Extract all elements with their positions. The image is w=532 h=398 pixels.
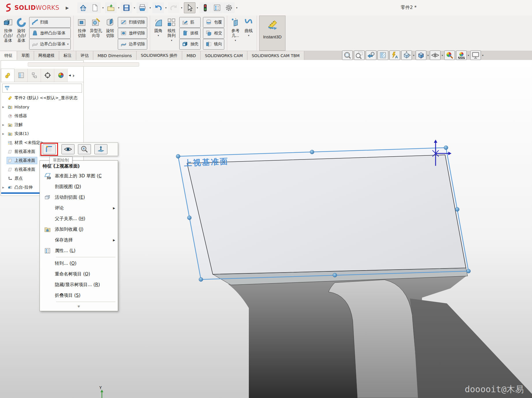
extrude-boss-button[interactable]: 拉伸 凸台/ 基体 (1, 16, 15, 50)
panel-tab-feature-manager[interactable] (1, 69, 14, 82)
prev-view-button[interactable] (366, 50, 376, 60)
normal-to-button[interactable] (94, 144, 107, 154)
dropdown-caret-icon[interactable]: ▾ (67, 43, 69, 46)
new-doc-button[interactable] (89, 2, 101, 13)
sweep-button[interactable]: 扫描 (29, 17, 71, 28)
appearance-button[interactable] (444, 50, 455, 60)
dropdown-caret-icon[interactable]: ▾ (413, 54, 415, 57)
loft-boss-button[interactable]: 放样凸台/基体 (29, 28, 71, 39)
linear-pattern-button[interactable]: 线性 阵列▾ (165, 16, 178, 50)
panel-tab-display-manager[interactable] (54, 69, 68, 82)
mirror-button[interactable]: 镜向 (203, 39, 224, 50)
menu-item-parent-child[interactable]: 父子关系... (H) (40, 213, 118, 224)
rib-button[interactable]: 筋 (179, 17, 201, 28)
instant3d-button[interactable]: Instant3D (259, 16, 285, 51)
menu-item-live-section[interactable]: 活动剖切面 (E) (40, 192, 118, 203)
panel-splitter-grip[interactable] (28, 62, 139, 67)
ref-geometry-button[interactable]: 参考 几...▾ (229, 16, 242, 50)
boundary-cut-button[interactable]: 边界切除 (118, 39, 147, 50)
display-style-button[interactable] (416, 50, 426, 60)
view-settings-button[interactable] (470, 50, 481, 60)
menu-item-add-to-favorites[interactable]: 添加到收藏 (J) (40, 224, 118, 235)
menu-item-expand-menu[interactable]: » (40, 303, 118, 310)
menu-item-collapse-items[interactable]: 折叠项目 (S) (40, 290, 118, 301)
dropdown-caret-icon[interactable]: ▾ (171, 39, 172, 42)
dropdown-caret-icon[interactable]: ▾ (181, 6, 182, 9)
dropdown-caret-icon[interactable]: ▾ (468, 54, 469, 57)
tab-mbd-dimensions[interactable]: MBD Dimensions (93, 51, 137, 60)
sweep-cut-button[interactable]: 扫描切除 (118, 17, 147, 28)
dropdown-caret-icon[interactable]: ▾ (236, 6, 238, 9)
open-button[interactable] (105, 2, 117, 13)
panel-expand-arrow-icon[interactable]: › (72, 72, 74, 78)
menu-item-comment[interactable]: 评论▶ (40, 203, 118, 213)
tab-sketch[interactable]: 草图 (17, 51, 34, 60)
tree-item-history[interactable]: ▶History (1, 102, 83, 111)
dropdown-caret-icon[interactable]: ▾ (235, 39, 236, 42)
tree-root[interactable]: 零件2 (默认) <<默认>_显示状态 (1, 93, 83, 102)
boundary-boss-button[interactable]: 边界凸台/基体▾ (29, 39, 71, 50)
annot-view-button[interactable]: A (389, 50, 400, 60)
gear-button[interactable] (223, 2, 235, 13)
dropdown-caret-icon[interactable]: ▾ (197, 6, 198, 9)
panel-tab-dimxpert-manager[interactable] (41, 69, 54, 82)
loft-cut-button[interactable]: 放样切除 (118, 28, 147, 39)
zoom-sel-button[interactable] (78, 144, 91, 154)
select-cursor-button[interactable] (184, 2, 195, 13)
wrap-button[interactable]: 包覆 (203, 17, 224, 28)
menu-item-hide-show-tree-items[interactable]: 隐藏/显示树项目... (R) (40, 279, 118, 290)
view-orient-button[interactable] (401, 50, 412, 60)
panel-back-arrow-icon[interactable]: ◀ (69, 74, 71, 77)
dropdown-caret-icon[interactable]: ▾ (134, 6, 135, 9)
dropdown-caret-icon[interactable]: ▾ (150, 6, 151, 9)
tab-features[interactable]: 特征 (0, 51, 17, 60)
undo-button[interactable] (152, 2, 164, 13)
dropdown-caret-icon[interactable]: ▾ (248, 34, 249, 37)
panel-tab-property-manager[interactable] (14, 69, 28, 82)
tab-solidworks-addins[interactable]: SOLIDWORKS 插件 (137, 51, 182, 60)
tab-evaluate[interactable]: 评估 (76, 51, 93, 60)
dropdown-caret-icon[interactable]: ▾ (158, 34, 159, 37)
print-button[interactable] (137, 2, 148, 13)
menu-item-save-selection[interactable]: 保存选择▶ (40, 235, 118, 245)
tab-markup[interactable]: 标注 (59, 51, 76, 60)
menu-item-sketch-on-plane-3d[interactable]: 3D基准面上的 3D 草图 (C (40, 171, 118, 181)
draft-button[interactable]: 拔模 (179, 28, 201, 39)
panel-tab-configuration-manager[interactable] (28, 69, 41, 82)
menu-item-rename-tree-item[interactable]: 重命名树项目 (Q) (40, 269, 118, 279)
fillet-button[interactable]: 圆角▾ (152, 16, 165, 50)
options-list-button[interactable] (211, 2, 223, 13)
dropdown-caret-icon[interactable]: ▾ (442, 54, 443, 57)
dropdown-caret-icon[interactable]: ▾ (165, 6, 167, 9)
dropdown-caret-icon[interactable]: ▾ (482, 54, 484, 57)
sketch-button[interactable] (43, 144, 56, 154)
home-button[interactable] (77, 2, 89, 13)
tab-solidworks-cam[interactable]: SOLIDWORKS CAM (201, 51, 247, 60)
tab-mbd[interactable]: MBD (182, 51, 200, 60)
hide-items-button[interactable] (430, 50, 440, 60)
menu-item-section-view[interactable]: 剖面视图 (D) (40, 181, 118, 192)
menu-flyout-arrow[interactable]: ▶ (66, 5, 69, 10)
zoom-fit-button[interactable] (342, 50, 353, 60)
revolve-boss-button[interactable]: 旋转 凸台/ 基体 (15, 16, 28, 50)
save-button[interactable] (121, 2, 132, 13)
dropdown-caret-icon[interactable]: ▾ (102, 6, 104, 9)
tree-item-solid-bodies[interactable]: ▶实体(1) (1, 129, 83, 138)
intersect-button[interactable]: 相交 (203, 28, 224, 39)
dropdown-caret-icon[interactable]: ▾ (118, 6, 120, 9)
curves-button[interactable]: 曲线▾ (242, 16, 255, 50)
eye-button[interactable] (61, 144, 74, 154)
section-view-button[interactable] (378, 50, 388, 60)
traffic-light-button[interactable] (199, 2, 211, 13)
tree-filter[interactable] (2, 84, 82, 93)
menu-item-properties[interactable]: 属性... (L) (40, 245, 118, 256)
dropdown-caret-icon[interactable]: ▾ (428, 54, 429, 57)
tab-solidworks-cam-tbm[interactable]: SOLIDWORKS CAM TBM (247, 51, 304, 60)
zoom-area-button[interactable] (354, 50, 365, 60)
top-plane-outline[interactable] (178, 148, 468, 279)
tree-item-annotations[interactable]: ▶A注解 (1, 120, 83, 129)
extrude-cut-button[interactable]: 拉伸 切除 (75, 16, 88, 50)
hole-wizard-button[interactable]: 异型孔 向导 (88, 16, 103, 50)
scene-button[interactable] (456, 50, 467, 60)
shell-button[interactable]: 抽壳 (179, 39, 201, 50)
